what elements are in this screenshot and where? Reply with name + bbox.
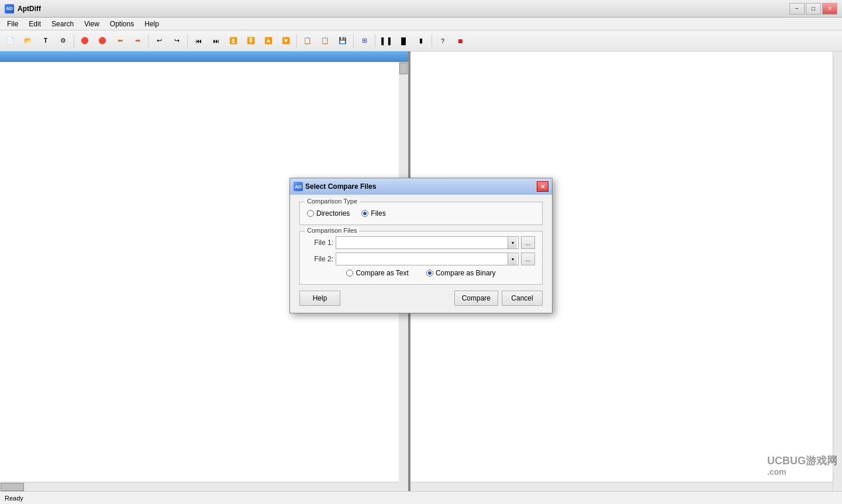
file1-browse-button[interactable]: ... (521, 236, 535, 249)
file2-combo[interactable]: ▾ (336, 253, 519, 265)
radio-compare-binary[interactable]: Compare as Binary (426, 269, 496, 277)
compare-type-row: Compare as Text Compare as Binary (307, 269, 535, 277)
compare-binary-label: Compare as Binary (436, 269, 496, 277)
select-compare-files-dialog: AD Select Compare Files ✕ Comparison Typ… (289, 178, 553, 313)
file1-combo-arrow[interactable]: ▾ (508, 237, 517, 248)
comparison-type-group: Comparison Type Directories Files (299, 202, 543, 225)
status-bar: Ready (0, 491, 842, 504)
file1-combo[interactable]: ▾ (336, 236, 519, 249)
dialog-body: Comparison Type Directories Files Compar… (290, 195, 552, 313)
file2-input[interactable] (337, 255, 508, 263)
directories-radio-label: Directories (316, 209, 350, 218)
dialog-title-text: Select Compare Files (305, 182, 376, 191)
file2-browse-button[interactable]: ... (521, 253, 535, 265)
file1-label: File 1: (307, 239, 333, 247)
dialog-app-icon: AD (294, 182, 303, 191)
compare-button[interactable]: Compare (454, 291, 498, 306)
dialog-overlay: AD Select Compare Files ✕ Comparison Typ… (0, 0, 842, 491)
file2-label: File 2: (307, 255, 333, 263)
dialog-close-button[interactable]: ✕ (537, 181, 548, 192)
comparison-type-label: Comparison Type (305, 198, 360, 205)
comparison-files-group: Comparison Files File 1: ▾ ... File 2: ▾ (299, 231, 543, 285)
compare-text-label: Compare as Text (356, 269, 409, 277)
compare-binary-radio-circle[interactable] (426, 270, 433, 277)
help-button[interactable]: Help (299, 291, 340, 306)
dialog-title-left: AD Select Compare Files (294, 182, 376, 191)
cancel-button[interactable]: Cancel (502, 291, 543, 306)
comparison-type-radio-group: Directories Files (307, 209, 535, 218)
files-radio-label: Files (371, 209, 385, 218)
status-text: Ready (5, 495, 23, 502)
directories-radio-circle[interactable] (307, 210, 314, 217)
compare-text-radio-circle[interactable] (346, 270, 353, 277)
action-buttons: Compare Cancel (454, 291, 543, 306)
radio-compare-text[interactable]: Compare as Text (346, 269, 409, 277)
file2-combo-arrow[interactable]: ▾ (508, 253, 517, 265)
comparison-files-label: Comparison Files (305, 227, 360, 234)
file1-row: File 1: ▾ ... (307, 236, 535, 249)
radio-directories[interactable]: Directories (307, 209, 350, 218)
dialog-title-bar: AD Select Compare Files ✕ (290, 178, 552, 195)
files-radio-circle[interactable] (361, 210, 368, 217)
radio-files[interactable]: Files (361, 209, 385, 218)
dialog-buttons: Help Compare Cancel (299, 291, 543, 306)
file2-row: File 2: ▾ ... (307, 253, 535, 265)
file1-input[interactable] (337, 239, 508, 247)
